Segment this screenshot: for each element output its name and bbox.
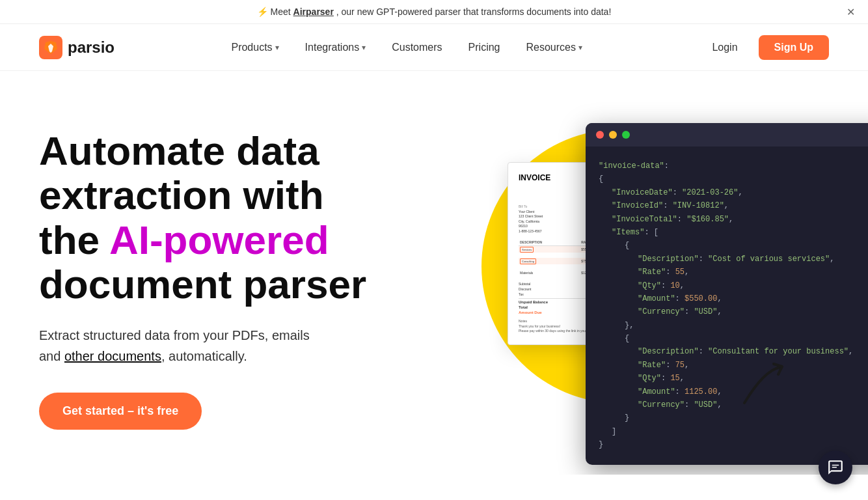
- main-nav: Products ▾ Integrations ▾ Customers Pric…: [221, 36, 593, 59]
- nav-products[interactable]: Products ▾: [221, 36, 289, 59]
- svg-rect-1: [832, 465, 839, 466]
- logo-icon: [39, 36, 62, 59]
- nav-pricing[interactable]: Pricing: [458, 36, 511, 59]
- nav-customers[interactable]: Customers: [381, 36, 452, 59]
- chat-icon: [827, 459, 844, 476]
- chevron-down-icon: ▾: [275, 43, 279, 52]
- logo[interactable]: parsio: [39, 36, 115, 59]
- logo-text: parsio: [68, 38, 115, 57]
- announcement-bar: ⚡ Meet Airparser , our new GPT-powered p…: [0, 0, 868, 24]
- hero-section: Automate dataextraction withthe AI-power…: [0, 71, 868, 475]
- code-content: "invoice-data": { "InvoiceDate": "2021-0…: [586, 146, 868, 465]
- lightning-icon: ⚡: [257, 7, 268, 17]
- header: parsio Products ▾ Integrations ▾ Custome…: [0, 24, 868, 71]
- login-button[interactable]: Login: [699, 35, 750, 60]
- code-window: "invoice-data": { "InvoiceDate": "2021-0…: [586, 123, 868, 465]
- nav-integrations[interactable]: Integrations ▾: [295, 36, 377, 59]
- window-dot-green: [622, 131, 630, 139]
- close-announcement-button[interactable]: ✕: [847, 6, 855, 18]
- hero-title: Automate dataextraction withthe AI-power…: [39, 129, 468, 307]
- code-titlebar: [586, 123, 868, 146]
- hero-illustration: INVOICE YOUR COMPANY1234 Main St StreetC…: [468, 110, 829, 449]
- window-dot-yellow: [609, 131, 617, 139]
- announcement-text-after: , our new GPT-powered parser that transf…: [336, 7, 612, 17]
- cta-button[interactable]: Get started – it's free: [39, 393, 202, 430]
- header-actions: Login Sign Up: [699, 35, 829, 60]
- chevron-down-icon: ▾: [362, 43, 366, 52]
- airparser-link[interactable]: Airparser: [293, 7, 334, 17]
- hero-subtitle: Extract structured data from your PDFs, …: [39, 325, 403, 367]
- signup-button[interactable]: Sign Up: [759, 35, 829, 60]
- hero-content: Automate dataextraction withthe AI-power…: [39, 129, 468, 430]
- svg-rect-2: [832, 467, 837, 468]
- other-documents-link[interactable]: other documents: [64, 349, 161, 363]
- announcement-text: Meet: [271, 7, 293, 17]
- nav-resources[interactable]: Resources ▾: [515, 36, 592, 59]
- window-dot-red: [596, 131, 604, 139]
- chat-bubble-button[interactable]: [819, 451, 852, 484]
- chevron-down-icon: ▾: [578, 43, 582, 52]
- hero-title-highlight: AI-powered: [109, 217, 329, 262]
- arrow-decoration: [738, 357, 790, 410]
- invoice-title: INVOICE: [519, 173, 550, 195]
